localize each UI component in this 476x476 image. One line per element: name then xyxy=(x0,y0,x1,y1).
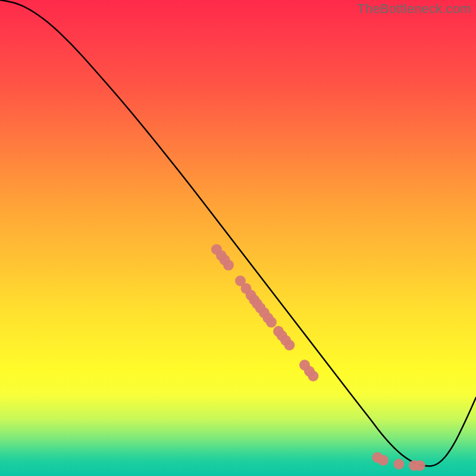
attribution-text: TheBottleneck.com xyxy=(357,1,471,17)
bottleneck-curve-line xyxy=(0,0,476,466)
data-point xyxy=(223,260,234,271)
data-point xyxy=(415,460,425,471)
data-point xyxy=(266,317,277,328)
data-point xyxy=(308,371,318,381)
chart-svg xyxy=(0,0,476,476)
data-point xyxy=(284,340,295,350)
data-point xyxy=(378,455,389,466)
data-point xyxy=(393,459,404,469)
data-points-group xyxy=(211,244,425,471)
bottleneck-chart: TheBottleneck.com xyxy=(0,0,476,476)
